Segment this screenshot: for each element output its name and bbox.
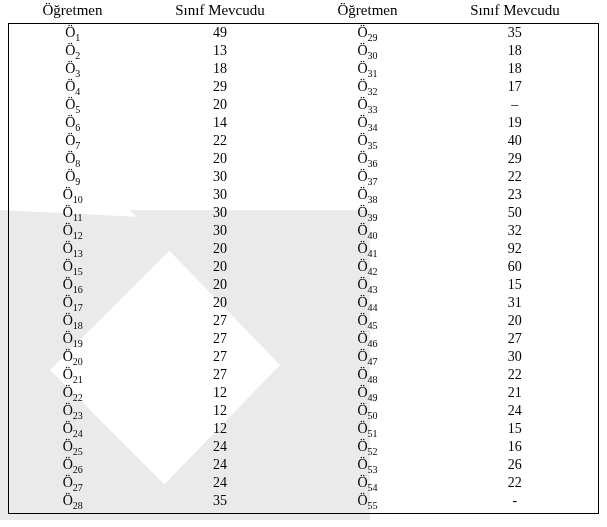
table-row: Ö1030Ö3823 xyxy=(9,186,599,204)
teacher-cell: Ö4 xyxy=(9,78,137,96)
value-cell: 20 xyxy=(432,312,599,330)
teacher-cell: Ö55 xyxy=(304,492,432,514)
teacher-cell: Ö49 xyxy=(304,384,432,402)
value-cell: 20 xyxy=(137,258,304,276)
table-row: Ö2524Ö5216 xyxy=(9,438,599,456)
value-cell: 21 xyxy=(432,384,599,402)
teacher-cell: Ö23 xyxy=(9,402,137,420)
value-cell: 24 xyxy=(137,438,304,456)
value-cell: 27 xyxy=(432,330,599,348)
value-cell: 18 xyxy=(432,42,599,60)
table-body: Ö149Ö2935Ö213Ö3018Ö318Ö3118Ö429Ö3217Ö520… xyxy=(9,24,599,514)
table-row: Ö520Ö33– xyxy=(9,96,599,114)
value-cell: 23 xyxy=(432,186,599,204)
teacher-cell: Ö46 xyxy=(304,330,432,348)
table-row: Ö930Ö3722 xyxy=(9,168,599,186)
value-cell: 40 xyxy=(432,132,599,150)
value-cell: 15 xyxy=(432,420,599,438)
value-cell: 20 xyxy=(137,276,304,294)
value-cell: 26 xyxy=(432,456,599,474)
value-cell: 14 xyxy=(137,114,304,132)
value-cell: 92 xyxy=(432,240,599,258)
table-row: Ö2624Ö5326 xyxy=(9,456,599,474)
teacher-cell: Ö41 xyxy=(304,240,432,258)
value-cell: 18 xyxy=(432,60,599,78)
teacher-cell: Ö54 xyxy=(304,474,432,492)
data-table: Öğretmen Sınıf Mevcudu Öğretmen Sınıf Me… xyxy=(8,0,599,514)
teacher-cell: Ö50 xyxy=(304,402,432,420)
teacher-cell: Ö51 xyxy=(304,420,432,438)
teacher-cell: Ö8 xyxy=(9,150,137,168)
value-cell: 50 xyxy=(432,204,599,222)
header-teacher-right: Öğretmen xyxy=(304,0,432,24)
teacher-cell: Ö36 xyxy=(304,150,432,168)
value-cell: – xyxy=(432,96,599,114)
header-teacher-left: Öğretmen xyxy=(9,0,137,24)
header-classsize-left: Sınıf Mevcudu xyxy=(137,0,304,24)
value-cell: 29 xyxy=(137,78,304,96)
teacher-cell: Ö25 xyxy=(9,438,137,456)
teacher-cell: Ö27 xyxy=(9,474,137,492)
value-cell: 22 xyxy=(137,132,304,150)
value-cell: 30 xyxy=(137,168,304,186)
table-row: Ö2212Ö4921 xyxy=(9,384,599,402)
table-row: Ö2412Ö5115 xyxy=(9,420,599,438)
teacher-cell: Ö28 xyxy=(9,492,137,514)
value-cell: 20 xyxy=(137,96,304,114)
value-cell: 24 xyxy=(432,402,599,420)
teacher-cell: Ö21 xyxy=(9,366,137,384)
teacher-cell: Ö17 xyxy=(9,294,137,312)
table-header-row: Öğretmen Sınıf Mevcudu Öğretmen Sınıf Me… xyxy=(9,0,599,24)
value-cell: 20 xyxy=(137,150,304,168)
teacher-cell: Ö11 xyxy=(9,204,137,222)
table-row: Ö1230Ö4032 xyxy=(9,222,599,240)
value-cell: 20 xyxy=(137,240,304,258)
table-row: Ö820Ö3629 xyxy=(9,150,599,168)
table-row: Ö213Ö3018 xyxy=(9,42,599,60)
value-cell: 19 xyxy=(432,114,599,132)
table-row: Ö1827Ö4520 xyxy=(9,312,599,330)
teacher-cell: Ö3 xyxy=(9,60,137,78)
value-cell: 27 xyxy=(137,348,304,366)
value-cell: 29 xyxy=(432,150,599,168)
teacher-cell: Ö22 xyxy=(9,384,137,402)
value-cell: 22 xyxy=(432,474,599,492)
value-cell: 30 xyxy=(432,348,599,366)
table-row: Ö2724Ö5422 xyxy=(9,474,599,492)
teacher-cell: Ö31 xyxy=(304,60,432,78)
teacher-cell: Ö33 xyxy=(304,96,432,114)
value-cell: 30 xyxy=(137,186,304,204)
teacher-cell: Ö16 xyxy=(9,276,137,294)
table-row: Ö1520Ö4260 xyxy=(9,258,599,276)
teacher-cell: Ö26 xyxy=(9,456,137,474)
teacher-cell: Ö12 xyxy=(9,222,137,240)
teacher-cell: Ö44 xyxy=(304,294,432,312)
value-cell: 12 xyxy=(137,384,304,402)
teacher-cell: Ö34 xyxy=(304,114,432,132)
table-row: Ö2835Ö55- xyxy=(9,492,599,514)
table-row: Ö614Ö3419 xyxy=(9,114,599,132)
value-cell: 24 xyxy=(137,474,304,492)
value-cell: 30 xyxy=(137,222,304,240)
value-cell: 15 xyxy=(432,276,599,294)
table-row: Ö2312Ö5024 xyxy=(9,402,599,420)
teacher-cell: Ö13 xyxy=(9,240,137,258)
value-cell: 27 xyxy=(137,366,304,384)
teacher-cell: Ö9 xyxy=(9,168,137,186)
value-cell: 49 xyxy=(137,24,304,43)
table-row: Ö1620Ö4315 xyxy=(9,276,599,294)
value-cell: 22 xyxy=(432,168,599,186)
table-row: Ö149Ö2935 xyxy=(9,24,599,43)
value-cell: 13 xyxy=(137,42,304,60)
value-cell: - xyxy=(432,492,599,514)
value-cell: 27 xyxy=(137,312,304,330)
value-cell: 35 xyxy=(432,24,599,43)
value-cell: 35 xyxy=(137,492,304,514)
value-cell: 32 xyxy=(432,222,599,240)
value-cell: 27 xyxy=(137,330,304,348)
table-row: Ö429Ö3217 xyxy=(9,78,599,96)
table-row: Ö1927Ö4627 xyxy=(9,330,599,348)
teacher-cell: Ö10 xyxy=(9,186,137,204)
value-cell: 22 xyxy=(432,366,599,384)
teacher-cell: Ö20 xyxy=(9,348,137,366)
